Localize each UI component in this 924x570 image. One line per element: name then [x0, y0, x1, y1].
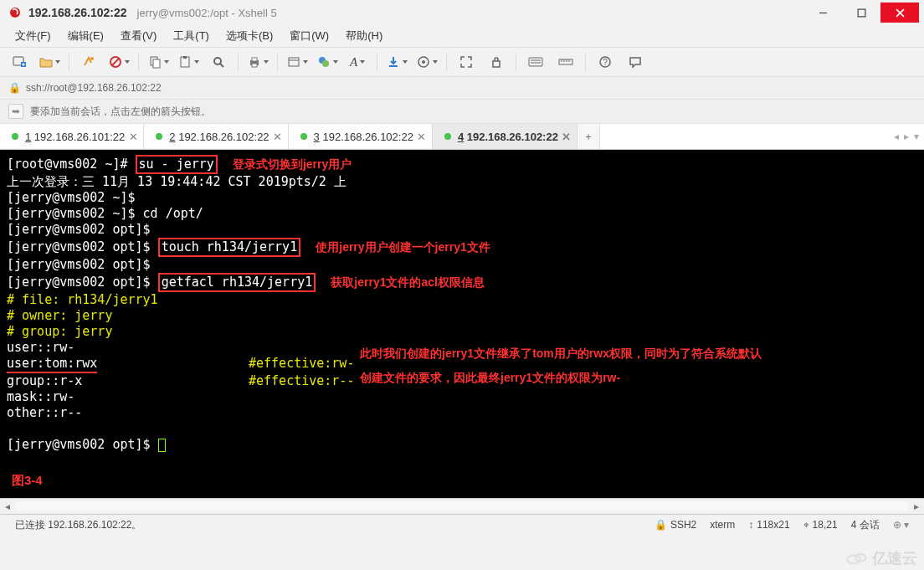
tab-prev-icon[interactable]: ◂: [894, 131, 899, 142]
status-dot-icon: [156, 133, 162, 140]
menu-edit[interactable]: 编辑(E): [61, 26, 110, 46]
chat-button[interactable]: [621, 51, 649, 73]
tab-close-4[interactable]: ✕: [562, 131, 572, 141]
svg-point-16: [214, 58, 221, 64]
resize-icon: ↕: [748, 519, 753, 531]
svg-rect-2: [858, 9, 865, 17]
status-protocol: 🔒SSH2: [648, 519, 703, 531]
tab-3[interactable]: 3 192.168.26.102:22 ✕: [289, 124, 433, 149]
hint-bar: ➥ 要添加当前会话，点击左侧的箭头按钮。: [0, 100, 924, 124]
scroll-right-icon[interactable]: ▸: [909, 500, 924, 513]
menu-file[interactable]: 文件(F): [8, 26, 58, 46]
annotation-4: 此时我们创建的jerry1文件继承了tom用户的rwx权限，同时为了符合系统默认…: [360, 346, 762, 386]
status-dot-icon: [444, 133, 451, 140]
help-button[interactable]: ?: [591, 51, 619, 73]
highlight-usertom: user:tom:rwx: [7, 356, 97, 373]
lock-small-icon: 🔒: [654, 519, 667, 531]
highlight-touch: touch rh134/jerry1: [158, 238, 301, 257]
status-pos: ⌖18,21: [797, 519, 844, 531]
find-button[interactable]: [204, 51, 233, 73]
svg-point-27: [422, 60, 425, 64]
status-bar: 已连接 192.168.26.102:22。 🔒SSH2 xterm ↕118x…: [0, 515, 924, 535]
svg-rect-19: [252, 58, 257, 61]
annotation-3: 获取jerry1文件的acl权限信息: [331, 275, 485, 289]
status-sessions: 4 会话: [844, 518, 886, 532]
svg-rect-32: [559, 59, 572, 64]
paste-button[interactable]: [174, 51, 203, 73]
svg-point-24: [322, 60, 329, 67]
svg-rect-29: [529, 58, 542, 66]
svg-text:?: ?: [603, 58, 608, 67]
app-window: 192.168.26.102:22 jerry@vms002:/opt - Xs…: [0, 0, 924, 570]
terminal[interactable]: [root@vms002 ~]# su - jerry 登录式切换到jerry用…: [0, 150, 924, 498]
figure-label: 图3-4: [12, 472, 43, 488]
window-subtitle: jerry@vms002:/opt - Xshell 5: [137, 7, 277, 19]
svg-rect-20: [252, 64, 257, 67]
status-term: xterm: [703, 519, 742, 531]
menu-window[interactable]: 窗口(W): [283, 26, 336, 46]
svg-rect-25: [389, 65, 398, 67]
status-more[interactable]: ⊕ ▾: [886, 519, 916, 531]
annotation-1: 登录式切换到jerry用户: [233, 157, 352, 171]
copy-button[interactable]: [144, 51, 172, 73]
scroll-track[interactable]: [15, 501, 909, 511]
annotation-2: 使用jerry用户创建一个jerry1文件: [316, 240, 490, 254]
terminal-scrollbar[interactable]: ◂ ▸: [0, 498, 924, 515]
tab-nav: ◂ ▸ ▾: [889, 124, 924, 149]
highlight-su: su - jerry: [136, 155, 218, 174]
svg-line-17: [220, 64, 223, 67]
reconnect-button[interactable]: [74, 51, 103, 73]
menu-tabs[interactable]: 选项卡(B): [219, 26, 280, 46]
tab-close-2[interactable]: ✕: [273, 131, 283, 141]
address-bar: 🔒 ssh://root@192.168.26.102:22: [0, 77, 924, 100]
disconnect-button[interactable]: [105, 51, 133, 73]
font-button[interactable]: A: [343, 51, 372, 73]
tab-4[interactable]: 4 192.168.26.102:22 ✕: [433, 124, 578, 149]
menu-tools[interactable]: 工具(T): [167, 26, 216, 46]
color-scheme-button[interactable]: [313, 51, 341, 73]
tab-strip: 1 192.168.26.101:22 ✕ 2 192.168.26.102:2…: [0, 124, 924, 150]
tab-add-button[interactable]: ＋: [578, 124, 600, 149]
status-connected: 已连接 192.168.26.102:22。: [8, 518, 148, 532]
tab-next-icon[interactable]: ▸: [904, 131, 909, 142]
highlight-getfacl: getfacl rh134/jerry1: [158, 273, 316, 292]
properties-button[interactable]: [283, 51, 311, 73]
tab-close-3[interactable]: ✕: [417, 131, 427, 141]
menu-help[interactable]: 帮助(H): [339, 26, 389, 46]
script-button[interactable]: [413, 51, 441, 73]
watermark: 亿速云: [845, 548, 917, 568]
fullscreen-button[interactable]: [452, 51, 480, 73]
svg-rect-15: [183, 56, 187, 59]
window-title: 192.168.26.102:22: [28, 6, 127, 19]
keyboard-button[interactable]: [521, 51, 550, 73]
svg-point-9: [90, 57, 94, 60]
maximize-button[interactable]: [842, 3, 880, 23]
tab-1[interactable]: 1 192.168.26.101:22 ✕: [0, 124, 144, 149]
target-icon: ⌖: [803, 519, 809, 531]
lock-button[interactable]: [482, 51, 511, 73]
close-button[interactable]: [880, 3, 919, 23]
svg-rect-28: [493, 61, 500, 67]
tab-close-1[interactable]: ✕: [128, 131, 138, 141]
tab-2[interactable]: 2 192.168.26.102:22 ✕: [144, 124, 288, 149]
print-button[interactable]: [244, 51, 272, 73]
new-session-button[interactable]: [5, 51, 33, 73]
open-session-button[interactable]: [35, 51, 64, 73]
add-session-arrow[interactable]: ➥: [8, 104, 23, 119]
svg-rect-13: [153, 59, 160, 68]
svg-point-39: [847, 556, 860, 564]
svg-rect-21: [289, 58, 299, 66]
title-bar: 192.168.26.102:22 jerry@vms002:/opt - Xs…: [0, 0, 924, 25]
scroll-left-icon[interactable]: ◂: [0, 500, 15, 513]
toolbar: A ?: [0, 48, 924, 77]
status-size: ↕118x21: [742, 519, 796, 531]
ruler-button[interactable]: [552, 51, 580, 73]
minimize-button[interactable]: [803, 3, 842, 23]
status-dot-icon: [300, 133, 307, 140]
tab-list-icon[interactable]: ▾: [914, 131, 919, 142]
address-url[interactable]: ssh://root@192.168.26.102:22: [26, 82, 916, 94]
app-icon: [8, 6, 22, 19]
transfer-button[interactable]: [382, 51, 411, 73]
menu-view[interactable]: 查看(V): [114, 26, 163, 46]
menu-bar: 文件(F) 编辑(E) 查看(V) 工具(T) 选项卡(B) 窗口(W) 帮助(…: [0, 25, 924, 48]
